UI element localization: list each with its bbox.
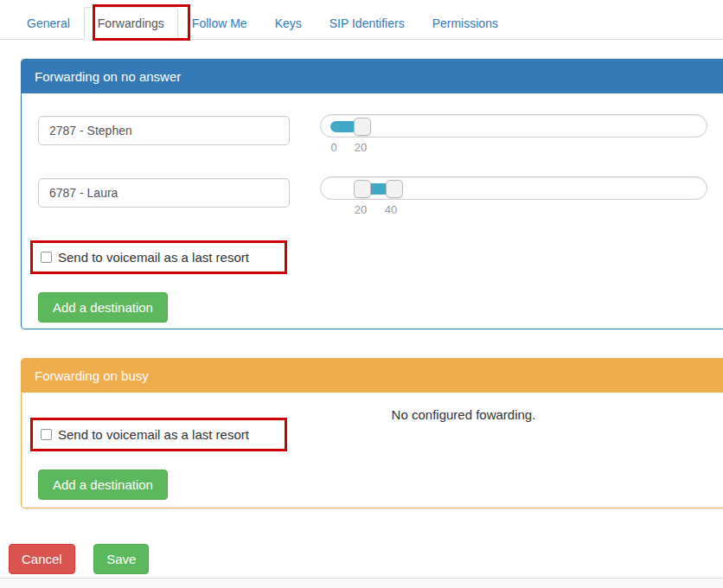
slider-handle[interactable]	[354, 118, 371, 136]
slider-handle[interactable]	[386, 180, 403, 198]
voicemail-checkbox-label[interactable]: Send to voicemail as a last resort	[58, 427, 249, 442]
tab-forwardings[interactable]: Forwardings	[84, 7, 178, 40]
delay-slider: 20 40	[320, 176, 707, 217]
tab-permissions-link[interactable]: Permissions	[419, 7, 512, 40]
slider-track[interactable]	[320, 114, 707, 137]
destination-row: 20 40	[38, 178, 723, 217]
add-destination-button[interactable]: Add a destination	[38, 292, 168, 323]
slider-track[interactable]	[320, 176, 707, 200]
tab-keys[interactable]: Keys	[261, 7, 316, 40]
tab-forwardings-link[interactable]: Forwardings	[84, 7, 178, 40]
tab-keys-link[interactable]: Keys	[261, 7, 316, 40]
slider-tick-label: 0	[327, 141, 341, 154]
destination-row: 0 20	[38, 116, 723, 155]
annotation-box-voicemail-checkbox: Send to voicemail as a last resort	[30, 418, 287, 451]
add-destination-button[interactable]: Add a destination	[38, 470, 168, 500]
voicemail-checkbox-label[interactable]: Send to voicemail as a last resort	[58, 250, 249, 265]
destination-input[interactable]	[38, 178, 290, 208]
save-button[interactable]: Save	[93, 544, 149, 574]
tab-follow-me-link[interactable]: Follow Me	[178, 7, 261, 40]
voicemail-checkbox[interactable]	[41, 429, 52, 440]
busy-panel-body: No configured fowarding. Send to voicema…	[22, 393, 723, 508]
busy-panel: Forwarding on busy No configured fowardi…	[21, 358, 723, 508]
tab-bar: General Forwardings Follow Me Keys SIP I…	[0, 0, 723, 40]
slider-tick-label: 40	[382, 203, 400, 216]
tab-follow-me[interactable]: Follow Me	[178, 7, 261, 40]
slider-labels: 20 40	[320, 200, 707, 217]
form-actions: Cancel Save	[9, 544, 723, 574]
tab-general-link[interactable]: General	[13, 7, 84, 40]
cancel-button[interactable]: Cancel	[9, 544, 75, 574]
no-answer-panel-body: 0 20 20 40 Send to voicemail	[22, 93, 723, 329]
page-footer-divider	[0, 578, 723, 588]
tab-sip-identifiers-link[interactable]: SIP Identifiers	[316, 7, 419, 40]
delay-slider: 0 20	[320, 114, 707, 155]
no-answer-panel: Forwarding on no answer 0 20	[21, 59, 723, 329]
slider-labels: 0 20	[320, 137, 707, 155]
slider-tick-label: 20	[352, 203, 369, 216]
destination-input[interactable]	[38, 116, 290, 145]
no-forwarding-text: No configured fowarding.	[38, 403, 723, 419]
no-answer-panel-title: Forwarding on no answer	[22, 60, 723, 93]
tab-general[interactable]: General	[13, 7, 84, 40]
slider-handle[interactable]	[354, 180, 371, 198]
voicemail-checkbox[interactable]	[41, 252, 52, 263]
slider-tick-label: 20	[352, 141, 369, 154]
tab-sip-identifiers[interactable]: SIP Identifiers	[316, 7, 419, 40]
tab-permissions[interactable]: Permissions	[419, 7, 512, 40]
annotation-box-voicemail-checkbox: Send to voicemail as a last resort	[30, 240, 287, 274]
busy-panel-title: Forwarding on busy	[22, 359, 723, 393]
